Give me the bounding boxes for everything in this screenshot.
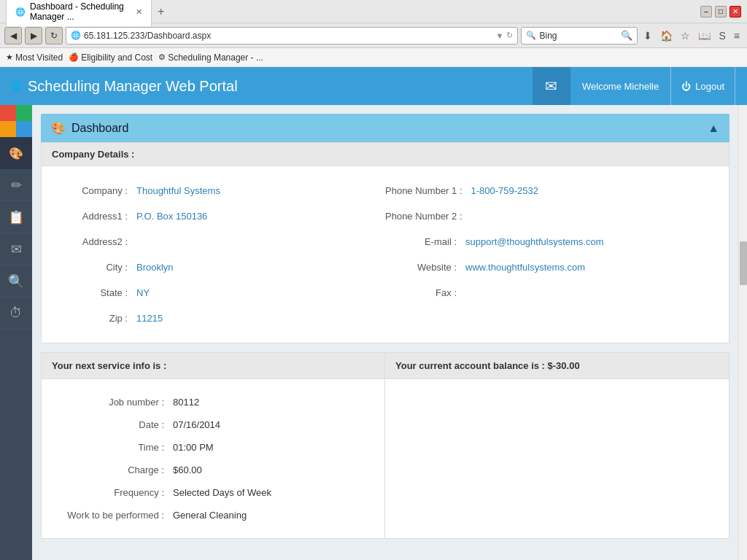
tab-close-icon[interactable]: ✕ xyxy=(136,7,142,17)
browser-tab[interactable]: 🌐 Dashboard - Scheduling Manager ... ✕ xyxy=(6,0,152,26)
color-orange xyxy=(0,121,16,137)
sidebar-item-clock[interactable]: ⏱ xyxy=(0,298,32,330)
email-button[interactable]: ✉ xyxy=(533,67,570,105)
maximize-button[interactable]: □ xyxy=(715,6,727,18)
bookmark-label: Eligibility and Cost xyxy=(81,52,152,63)
charge-label: Charge : xyxy=(56,464,173,475)
main-area: 🎨 ✏ 📋 ✉ 🔍 ⏱ 🎨 Dashboard ▲ Comp xyxy=(0,105,747,560)
charge-value: $60.00 xyxy=(173,464,202,475)
browser-nav-icons: ⬇ 🏠 ☆ 📖 S ≡ xyxy=(640,28,743,43)
window-controls: – □ ✕ xyxy=(700,6,741,18)
reading-view-icon[interactable]: 📖 xyxy=(695,28,713,43)
account-panel: Your current account balance is : $-30.0… xyxy=(385,353,729,538)
email-row: E-mail : support@thoughtfulsystems.com xyxy=(385,229,714,254)
color-green xyxy=(16,105,32,121)
bookmark-star-icon: ★ xyxy=(6,52,13,62)
color-red xyxy=(0,105,16,121)
dashboard-collapse-button[interactable]: ▲ xyxy=(708,122,719,135)
header-actions: ✉ Welcome Michelle ⏻ Logout xyxy=(533,67,735,105)
bookmarks-bar: ★ Most Visited 🍎 Eligibility and Cost ⚙ … xyxy=(0,48,747,67)
website-value: www.thoughtfulsystems.com xyxy=(465,262,585,273)
sidebar-item-edit[interactable]: ✏ xyxy=(0,169,32,201)
details-left-column: Company : Thoughtful Systems Address1 : … xyxy=(56,178,385,331)
content-area: 🎨 Dashboard ▲ Company Details : Compan xyxy=(32,105,738,560)
time-row: Time : 01:00 PM xyxy=(56,436,370,459)
time-value: 01:00 PM xyxy=(173,442,214,453)
email-value: support@thoughtfulsystems.com xyxy=(465,236,604,247)
download-icon[interactable]: ⬇ xyxy=(640,28,655,43)
sidebar-item-list[interactable]: 📋 xyxy=(0,201,32,233)
bookmark-scheduling[interactable]: ⚙ Scheduling Manager - ... xyxy=(158,52,263,63)
dropdown-icon: ▼ xyxy=(496,31,504,40)
company-label: Company : xyxy=(56,185,136,196)
sidebar-palette-item[interactable]: 🎨 xyxy=(0,137,32,169)
bookmark-eligibility[interactable]: 🍎 Eligibility and Cost xyxy=(69,52,152,63)
app-container: 🌐 Scheduling Manager Web Portal ✉ Welcom… xyxy=(0,67,747,560)
dashboard-header: 🎨 Dashboard ▲ xyxy=(41,114,729,142)
company-value: Thoughtful Systems xyxy=(136,185,220,196)
frequency-row: Frequency : Selected Days of Week xyxy=(56,481,370,504)
dashboard-title: 🎨 Dashboard xyxy=(51,121,128,135)
service-panel-body: Job number : 80112 Date : 07/16/2014 Tim… xyxy=(42,379,384,538)
bottom-panels: Your next service info is : Job number :… xyxy=(41,352,729,539)
details-grid: Company : Thoughtful Systems Address1 : … xyxy=(56,178,714,331)
tab-icon: 🌐 xyxy=(15,7,26,17)
tab-title: Dashboard - Scheduling Manager ... xyxy=(30,1,131,22)
date-value: 07/16/2014 xyxy=(173,419,220,430)
lock-icon: 🌐 xyxy=(71,31,81,40)
time-label: Time : xyxy=(56,442,173,453)
app-globe-icon: 🌐 xyxy=(12,82,22,91)
address-url: 65.181.125.233/Dashboard.aspx xyxy=(84,31,493,41)
close-button[interactable]: ✕ xyxy=(729,6,741,18)
address2-row: Address2 : xyxy=(56,229,385,254)
dashboard-title-text: Dashboard xyxy=(71,122,128,135)
power-icon: ⏻ xyxy=(681,81,691,92)
settings-icon[interactable]: ≡ xyxy=(731,28,743,43)
address1-value: P.O. Box 150136 xyxy=(136,211,207,222)
work-row: Work to be performed : General Cleaning xyxy=(56,504,370,526)
logout-button[interactable]: ⏻ Logout xyxy=(670,67,735,105)
search-submit-icon[interactable]: 🔍 xyxy=(621,30,632,41)
refresh-button[interactable]: ↻ xyxy=(45,27,63,44)
state-row: State : NY xyxy=(56,280,385,306)
skype-icon[interactable]: S xyxy=(716,28,728,43)
phone1-label: Phone Number 1 : xyxy=(385,185,471,196)
service-panel: Your next service info is : Job number :… xyxy=(42,353,385,538)
bookmark-most-visited[interactable]: ★ Most Visited xyxy=(6,52,63,63)
city-value: Brooklyn xyxy=(136,262,174,273)
scrollbar-thumb[interactable] xyxy=(740,241,747,285)
home-icon[interactable]: 🏠 xyxy=(657,28,676,43)
sidebar-item-search[interactable]: 🔍 xyxy=(0,265,32,298)
search-bar[interactable]: 🔍 Bing 🔍 xyxy=(521,27,638,44)
address1-row: Address1 : P.O. Box 150136 xyxy=(56,203,385,229)
state-label: State : xyxy=(56,287,136,298)
zip-value: 11215 xyxy=(136,313,163,324)
forward-button[interactable]: ▶ xyxy=(25,27,42,44)
color-grid xyxy=(0,105,32,137)
service-panel-header: Your next service info is : xyxy=(42,353,384,379)
city-row: City : Brooklyn xyxy=(56,254,385,280)
company-details-header: Company Details : xyxy=(42,143,729,166)
zip-label: Zip : xyxy=(56,313,136,324)
back-button[interactable]: ◀ xyxy=(4,27,22,44)
website-label: Website : xyxy=(385,262,465,273)
zip-row: Zip : 11215 xyxy=(56,306,385,331)
city-label: City : xyxy=(56,262,136,273)
minimize-button[interactable]: – xyxy=(700,6,712,18)
address-bar[interactable]: 🌐 65.181.125.233/Dashboard.aspx ▼ ↻ xyxy=(66,27,518,44)
fax-row: Fax : xyxy=(385,280,714,306)
welcome-text: Welcome Michelle xyxy=(570,81,670,92)
company-details-card: Company Details : Company : Thoughtful S… xyxy=(41,142,729,343)
phone1-row: Phone Number 1 : 1-800-759-2532 xyxy=(385,178,714,203)
phone2-row: Phone Number 2 : xyxy=(385,203,714,229)
favorites-icon[interactable]: ☆ xyxy=(678,28,693,43)
reload-icon: ↻ xyxy=(506,31,513,40)
right-scrollbar[interactable] xyxy=(738,105,747,560)
new-tab-button[interactable]: + xyxy=(152,5,170,18)
address1-label: Address1 : xyxy=(56,211,136,222)
frequency-value: Selected Days of Week xyxy=(173,487,271,498)
browser-titlebar: 🌐 Dashboard - Scheduling Manager ... ✕ +… xyxy=(0,0,747,23)
sidebar-item-mail[interactable]: ✉ xyxy=(0,233,32,265)
account-panel-header: Your current account balance is : $-30.0… xyxy=(385,353,729,379)
work-value: General Cleaning xyxy=(173,510,247,521)
